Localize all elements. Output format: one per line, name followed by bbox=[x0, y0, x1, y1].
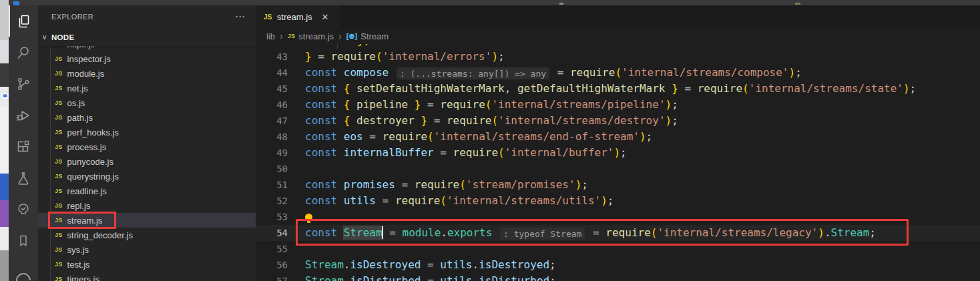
breadcrumb: lib › JS stream.js › [⊛] Stream bbox=[256, 28, 980, 44]
explorer-icon[interactable] bbox=[9, 5, 38, 37]
line-number[interactable]: 43 bbox=[256, 49, 288, 65]
code-token: ( bbox=[491, 114, 498, 127]
source-control-icon[interactable] bbox=[9, 68, 38, 99]
line-number[interactable]: 45 bbox=[256, 81, 288, 97]
line-number[interactable]: 57 bbox=[256, 273, 288, 281]
line-number[interactable]: 49 bbox=[256, 145, 288, 161]
code-line-47[interactable]: 47const { destroyer } = require('interna… bbox=[256, 113, 980, 129]
code-token: 'internal/buffer' bbox=[505, 146, 614, 159]
code-editor[interactable]: 42 };43} = require('internal/errors');44… bbox=[256, 5, 980, 281]
code-token: isDestroyed bbox=[479, 258, 549, 271]
line-number[interactable]: 54 bbox=[256, 225, 288, 241]
line-content: const internalBuffer = require('internal… bbox=[305, 145, 627, 161]
file-row-querystring.js[interactable]: JSquerystring.js bbox=[38, 169, 256, 184]
code-line-49[interactable]: 49const internalBuffer = require('intern… bbox=[256, 145, 980, 161]
file-row-punycode.js[interactable]: JSpunycode.js bbox=[38, 154, 256, 169]
code-token bbox=[337, 226, 344, 239]
code-token: utils bbox=[440, 274, 472, 281]
file-row-sys.js[interactable]: JSsys.js bbox=[38, 242, 256, 257]
testing-icon[interactable] bbox=[9, 162, 38, 194]
tab-stream-js[interactable]: JS stream.js ✕ bbox=[256, 5, 341, 28]
code-token: = bbox=[383, 226, 403, 239]
search-icon[interactable] bbox=[9, 37, 38, 68]
code-token: = bbox=[421, 258, 440, 271]
line-number[interactable]: 50 bbox=[256, 161, 288, 177]
lightbulb-icon[interactable] bbox=[305, 214, 312, 221]
breadcrumb-item-lib[interactable]: lib bbox=[266, 31, 275, 41]
file-row-path.js[interactable]: JSpath.js bbox=[38, 110, 256, 125]
code-token: . bbox=[472, 258, 479, 271]
code-token: require bbox=[395, 194, 440, 207]
code-line-44[interactable]: 44const compose : (...streams: any[]) =>… bbox=[256, 65, 980, 81]
line-number[interactable]: 44 bbox=[256, 65, 288, 81]
code-line-54[interactable]: 54const Stream = module.exports : typeof… bbox=[256, 225, 980, 241]
code-token: { bbox=[344, 82, 350, 95]
code-line-48[interactable]: 48const eos = require('internal/streams/… bbox=[256, 129, 980, 145]
file-row-process.js[interactable]: JSprocess.js bbox=[38, 139, 256, 154]
file-name: test.js bbox=[67, 260, 90, 270]
file-name: os.js bbox=[67, 98, 85, 108]
code-token: 'internal/streams/compose' bbox=[622, 66, 788, 79]
file-row-test.js[interactable]: JStest.js bbox=[38, 257, 256, 272]
line-number[interactable]: 52 bbox=[256, 193, 288, 209]
line-number[interactable]: 55 bbox=[256, 241, 288, 257]
titlebar bbox=[9, 0, 980, 5]
code-token: = bbox=[586, 226, 605, 239]
code-line-55[interactable]: 55 bbox=[256, 241, 980, 257]
file-row-perf_hooks.js[interactable]: JSperf_hooks.js bbox=[38, 125, 256, 139]
file-name: stream.js bbox=[67, 216, 103, 226]
file-row-inspector.js[interactable]: JSinspector.js bbox=[38, 51, 256, 66]
todo-tree-icon[interactable] bbox=[9, 194, 38, 225]
code-line-46[interactable]: 46const { pipeline } = require('internal… bbox=[256, 97, 980, 113]
file-row-string_decoder.js[interactable]: JSstring_decoder.js bbox=[38, 228, 256, 242]
file-row-repl.js[interactable]: JSrepl.js bbox=[38, 198, 256, 213]
code-token: ( bbox=[459, 178, 466, 191]
breadcrumb-item-file[interactable]: stream.js bbox=[298, 31, 334, 41]
breadcrumb-item-symbol[interactable]: Stream bbox=[360, 31, 389, 41]
file-row-timers.js[interactable]: JStimers.js bbox=[38, 272, 256, 281]
code-line-50[interactable]: 50 bbox=[256, 161, 980, 177]
code-token: 'internal/streams/state' bbox=[749, 82, 903, 95]
extensions-icon[interactable] bbox=[9, 131, 38, 162]
bookmarks-icon[interactable] bbox=[9, 225, 38, 256]
code-token: } bbox=[305, 50, 312, 63]
account-icon[interactable] bbox=[13, 270, 33, 281]
code-line-52[interactable]: 52const utils = require('internal/stream… bbox=[256, 193, 980, 209]
code-line-56[interactable]: 56Stream.isDestroyed = utils.isDestroyed… bbox=[256, 257, 980, 273]
line-number[interactable]: 47 bbox=[256, 113, 288, 129]
code-token: ( bbox=[498, 146, 505, 159]
file-name: sys.js bbox=[67, 245, 89, 255]
line-number[interactable]: 56 bbox=[256, 257, 288, 273]
code-token: ( bbox=[742, 82, 749, 95]
file-row-os.js[interactable]: JSos.js bbox=[38, 95, 256, 110]
more-actions-icon[interactable]: ⋯ bbox=[235, 13, 246, 20]
code-line-45[interactable]: 45const { setDefaultHighWaterMark, getDe… bbox=[256, 81, 980, 97]
close-icon[interactable]: ✕ bbox=[322, 12, 329, 22]
code-token: Stream bbox=[831, 226, 870, 239]
file-row-module.js[interactable]: JSmodule.js bbox=[38, 66, 256, 81]
js-file-icon: JS bbox=[55, 202, 63, 209]
titlebar-fragment bbox=[795, 3, 800, 5]
code-line-53[interactable]: 53 bbox=[256, 209, 980, 225]
line-number[interactable]: 48 bbox=[256, 129, 288, 145]
code-token: ( bbox=[376, 50, 383, 63]
code-line-57[interactable]: 57Stream.isDisturbed = utils.isDisturbed… bbox=[256, 273, 980, 281]
line-number[interactable]: 46 bbox=[256, 97, 288, 113]
code-token: const bbox=[305, 226, 337, 239]
code-line-43[interactable]: 43} = require('internal/errors'); bbox=[256, 49, 980, 65]
line-number[interactable]: 51 bbox=[256, 177, 288, 193]
code-token: const bbox=[305, 146, 337, 159]
code-token: ; bbox=[607, 194, 614, 207]
run-debug-icon[interactable] bbox=[9, 99, 38, 131]
code-line-51[interactable]: 51const promises = require('stream/promi… bbox=[256, 177, 980, 193]
file-row-readline.js[interactable]: JSreadline.js bbox=[38, 184, 256, 198]
code-token: = bbox=[421, 274, 440, 281]
line-number[interactable]: 53 bbox=[256, 209, 288, 225]
code-token bbox=[665, 82, 672, 95]
js-file-icon: JS bbox=[55, 173, 63, 180]
file-row-stream.js[interactable]: JSstream.js bbox=[38, 213, 256, 228]
file-row-net.js[interactable]: JSnet.js bbox=[38, 81, 256, 95]
code-token: 'internal/streams/utils' bbox=[447, 194, 601, 207]
folder-header-node[interactable]: ∨ NODE bbox=[38, 28, 256, 46]
chrome-logo-fragment bbox=[1, 92, 9, 99]
